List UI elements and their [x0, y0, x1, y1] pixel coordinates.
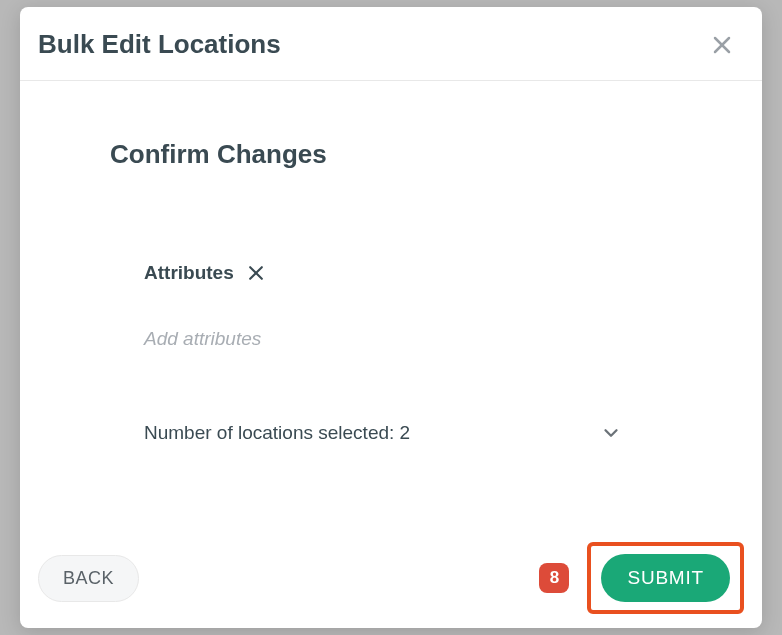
- footer-right: 8 SUBMIT: [539, 542, 744, 614]
- bulk-edit-modal: Bulk Edit Locations Confirm Changes Attr…: [20, 7, 762, 628]
- back-button[interactable]: BACK: [38, 555, 139, 602]
- attribute-chip: Attributes: [144, 262, 672, 284]
- confirm-changes-heading: Confirm Changes: [110, 139, 672, 170]
- chevron-down-icon[interactable]: [600, 422, 622, 444]
- modal-footer: BACK 8 SUBMIT: [20, 530, 762, 628]
- locations-selected-label: Number of locations selected: 2: [144, 422, 410, 444]
- step-badge: 8: [539, 563, 569, 593]
- modal-title: Bulk Edit Locations: [38, 29, 281, 60]
- close-icon[interactable]: [710, 33, 734, 57]
- add-attributes-input[interactable]: Add attributes: [144, 328, 672, 350]
- locations-selected-row[interactable]: Number of locations selected: 2: [144, 422, 672, 444]
- modal-body: Confirm Changes Attributes Add attribute…: [20, 81, 762, 530]
- modal-header: Bulk Edit Locations: [20, 7, 762, 81]
- submit-button[interactable]: SUBMIT: [601, 554, 730, 602]
- attributes-section: Attributes Add attributes Number of loca…: [110, 262, 672, 444]
- submit-highlight: SUBMIT: [587, 542, 744, 614]
- attribute-label: Attributes: [144, 262, 234, 284]
- remove-attribute-icon[interactable]: [246, 263, 266, 283]
